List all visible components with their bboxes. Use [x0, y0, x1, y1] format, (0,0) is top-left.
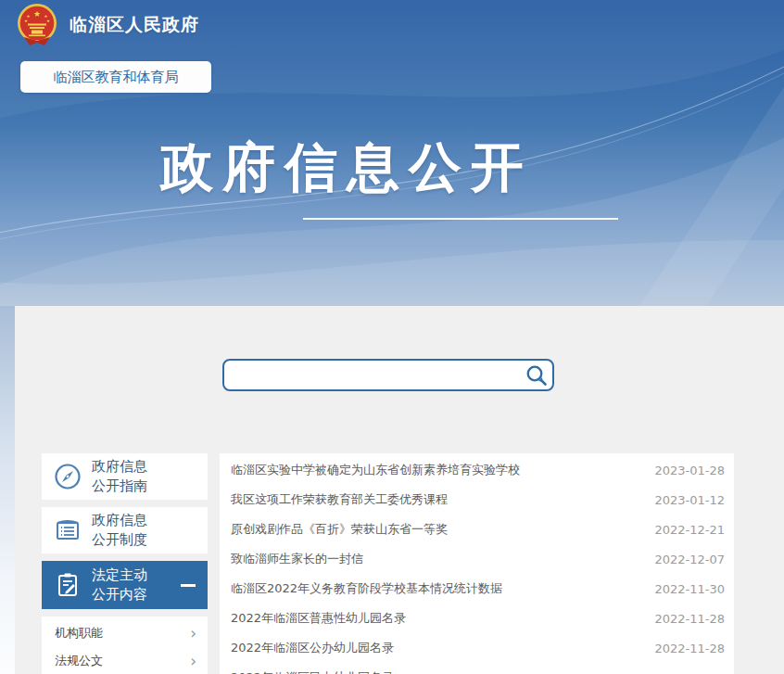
submenu-item-org-functions[interactable]: 机构职能 › — [42, 619, 208, 647]
site-header: ★ ★ ★ ★ ★ 临淄区人民政府 — [17, 3, 199, 46]
content-area: 政府信息 公开指南 政府信息 公开制度 — [15, 306, 784, 674]
document-list-icon — [53, 515, 82, 545]
department-button[interactable]: 临淄区教育和体育局 — [20, 61, 211, 93]
sidebar-item-label-line1: 政府信息 — [92, 457, 147, 477]
news-title-link[interactable]: 原创戏剧作品《百折》荣获山东省一等奖 — [231, 521, 448, 538]
banner: ★ ★ ★ ★ ★ 临淄区人民政府 临淄区教育和体育局 政府信息公开 — [0, 0, 784, 306]
page-title: 政府信息公开 — [160, 133, 533, 204]
svg-text:★: ★ — [33, 9, 41, 19]
submenu-label: 机构职能 — [55, 625, 103, 642]
news-date: 2023-01-28 — [654, 464, 725, 477]
news-title-link[interactable]: 2022年临淄区公办幼儿园名录 — [231, 640, 394, 656]
news-row[interactable]: 临淄区实验中学被确定为山东省创新素养培育实验学校 2023-01-28 — [220, 455, 734, 485]
news-date: 2023-01-12 — [654, 493, 725, 507]
chevron-right-icon: › — [190, 654, 196, 669]
submenu-item-regulations[interactable]: 法规公文 › — [42, 647, 208, 674]
title-underline — [303, 218, 618, 220]
compass-icon — [53, 462, 82, 491]
svg-text:★: ★ — [24, 19, 28, 23]
news-list: 临淄区实验中学被确定为山东省创新素养培育实验学校 2023-01-28 我区这项… — [220, 453, 734, 674]
news-row[interactable]: 2022年临淄区普惠性幼儿园名录 2022-11-28 — [220, 604, 734, 633]
news-row[interactable]: 我区这项工作荣获教育部关工委优秀课程 2023-01-12 — [220, 485, 734, 515]
sidebar-item-disclosure-guide[interactable]: 政府信息 公开指南 — [42, 453, 208, 500]
news-row[interactable]: 原创戏剧作品《百折》荣获山东省一等奖 2022-12-21 — [220, 515, 734, 544]
news-title-link[interactable]: 2022年临淄区普惠性幼儿园名录 — [231, 610, 406, 627]
news-date: 2022-12-07 — [654, 553, 725, 566]
search-button[interactable] — [521, 361, 552, 389]
search-icon — [525, 363, 549, 388]
news-title-link[interactable]: 2022年临淄区民办幼儿园名录 — [231, 669, 394, 674]
news-title-link[interactable]: 致临淄师生家长的一封信 — [231, 551, 363, 567]
news-title-link[interactable]: 临淄区2022年义务教育阶段学校基本情况统计数据 — [231, 580, 502, 597]
news-date: 2022-12-21 — [654, 523, 725, 537]
news-row[interactable]: 2022年临淄区民办幼儿园名录 — [220, 663, 734, 674]
search-input[interactable] — [224, 361, 521, 389]
site-name: 临淄区人民政府 — [70, 13, 199, 37]
news-date: 2022-11-28 — [654, 612, 725, 626]
news-title-link[interactable]: 临淄区实验中学被确定为山东省创新素养培育实验学校 — [231, 462, 520, 478]
news-title-link[interactable]: 我区这项工作荣获教育部关工委优秀课程 — [231, 491, 448, 508]
sidebar-item-label-line2: 公开指南 — [92, 477, 147, 496]
submenu-label: 法规公文 — [55, 653, 103, 669]
news-row[interactable]: 临淄区2022年义务教育阶段学校基本情况统计数据 2022-11-30 — [220, 574, 734, 604]
china-national-emblem-icon: ★ ★ ★ ★ ★ — [17, 3, 57, 46]
sidebar-submenu: 机构职能 › 法规公文 › — [42, 617, 208, 674]
search-box — [222, 359, 554, 391]
sidebar-item-disclosure-system[interactable]: 政府信息 公开制度 — [42, 507, 208, 553]
clipboard-pen-icon — [53, 570, 82, 600]
chevron-right-icon: › — [190, 626, 196, 642]
news-row[interactable]: 致临淄师生家长的一封信 2022-12-07 — [220, 544, 734, 574]
news-row[interactable]: 2022年临淄区公办幼儿园名录 2022-11-28 — [220, 633, 734, 663]
sidebar-item-label-line1: 政府信息 — [92, 511, 147, 530]
sidebar-item-statutory-disclosure[interactable]: 法定主动 公开内容 — [42, 561, 208, 609]
sidebar-item-label-line2: 公开内容 — [92, 585, 147, 604]
sidebar-item-label-line1: 法定主动 — [92, 566, 147, 585]
sidebar-item-label-line2: 公开制度 — [92, 530, 147, 550]
minus-icon — [181, 584, 196, 587]
news-date: 2022-11-30 — [654, 582, 725, 596]
sidebar: 政府信息 公开指南 政府信息 公开制度 — [42, 453, 208, 674]
svg-text:★: ★ — [46, 19, 50, 23]
page: ★ ★ ★ ★ ★ 临淄区人民政府 临淄区教育和体育局 政府信息公开 — [0, 0, 784, 674]
news-date: 2022-11-28 — [654, 642, 725, 655]
